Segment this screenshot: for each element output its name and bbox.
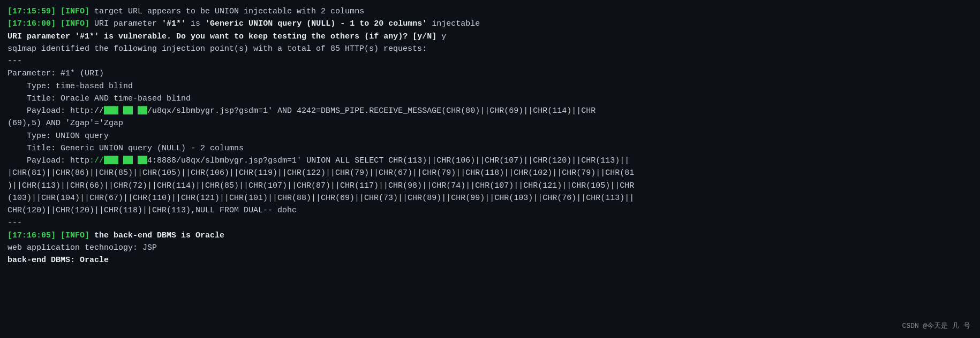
terminal-line: Type: UNION query xyxy=(7,130,973,142)
terminal-line: sqlmap identified the following injectio… xyxy=(7,43,973,55)
terminal-line: --- xyxy=(7,55,973,67)
terminal-window: [17:15:59] [INFO] target URL appears to … xyxy=(7,5,973,333)
terminal-line: [17:16:05] [INFO] the back-end DBMS is O… xyxy=(7,229,973,242)
terminal-line: [17:16:00] [INFO] URI parameter '#1*' is… xyxy=(7,18,973,30)
terminal-line: [17:15:59] [INFO] target URL appears to … xyxy=(7,5,973,18)
terminal-line: Payload: http://███ ██ ██4:8888/u8qx/slb… xyxy=(7,155,973,167)
terminal-line: Parameter: #1* (URI) xyxy=(7,67,973,80)
terminal-line: )||CHR(113)||CHR(66)||CHR(72)||CHR(114)|… xyxy=(7,180,973,192)
terminal-line: web application technology: JSP xyxy=(7,242,973,254)
terminal-line: Type: time-based blind xyxy=(7,80,973,93)
watermark: CSDN @今天是 几 号 xyxy=(902,321,970,332)
terminal-line: Title: Generic UNION query (NULL) - 2 co… xyxy=(7,142,973,155)
terminal-line: CHR(120)||CHR(120)||CHR(118)||CHR(113),N… xyxy=(7,204,973,217)
terminal-line: URI parameter '#1*' is vulnerable. Do yo… xyxy=(7,30,973,43)
terminal-line: Payload: http://███ ██ ██/u8qx/slbmbygr.… xyxy=(7,105,973,117)
terminal-line: |CHR(81)||CHR(86)||CHR(85)||CHR(105)||CH… xyxy=(7,167,973,179)
terminal-line: (69),5) AND 'Zgap'='Zgap xyxy=(7,117,973,129)
terminal-output: [17:15:59] [INFO] target URL appears to … xyxy=(7,5,973,266)
terminal-line: (103)||CHR(104)||CHR(67)||CHR(110)||CHR(… xyxy=(7,192,973,204)
terminal-line: Title: Oracle AND time-based blind xyxy=(7,93,973,105)
terminal-line: back-end DBMS: Oracle xyxy=(7,254,973,266)
terminal-line: --- xyxy=(7,217,973,229)
